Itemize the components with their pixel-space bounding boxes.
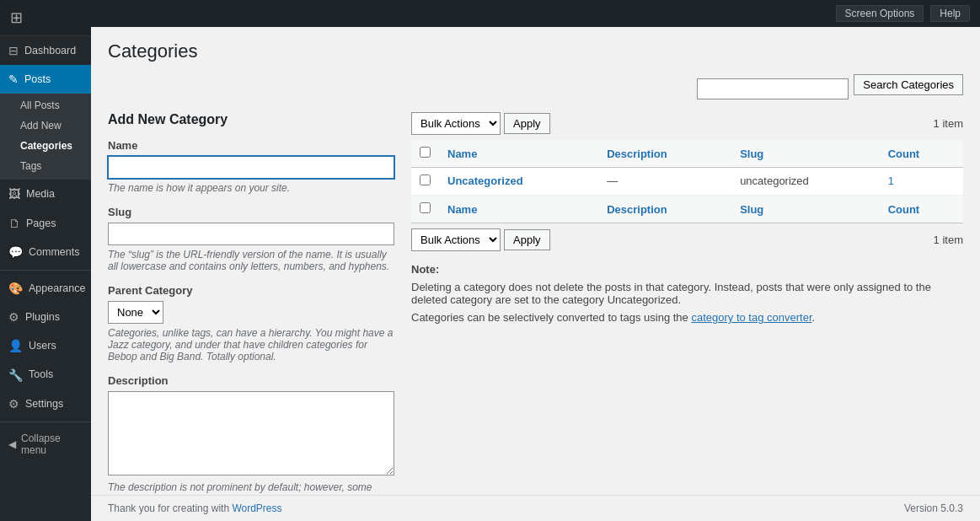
wordpress-link[interactable]: WordPress xyxy=(232,502,281,514)
description-label: Description xyxy=(108,374,394,387)
sidebar-sub-all-posts[interactable]: All Posts xyxy=(0,95,91,115)
sidebar-item-comments[interactable]: 💬 Comments xyxy=(0,238,91,266)
note-text1: Deleting a category does not delete the … xyxy=(411,281,963,306)
appearance-icon: 🎨 xyxy=(8,281,23,296)
th-name[interactable]: Name xyxy=(439,140,598,168)
row-checkbox[interactable] xyxy=(420,175,431,185)
row-count-link[interactable]: 1 xyxy=(888,175,894,187)
form-row-description: Description The description is not promi… xyxy=(108,374,394,495)
bulk-actions-select-bottom[interactable]: Bulk Actions xyxy=(411,228,501,251)
bulk-actions-select-top[interactable]: Bulk Actions xyxy=(411,112,501,135)
footer-thank-you: Thank you for creating with WordPress xyxy=(108,502,282,514)
sidebar: ⊞ ⊟ Dashboard ✎ Posts All Posts Add New … xyxy=(0,0,91,521)
users-icon: 👤 xyxy=(8,338,23,353)
sidebar-item-label: Appearance xyxy=(29,282,85,295)
apply-button-top[interactable]: Apply xyxy=(504,113,550,134)
topbar: Screen Options Help xyxy=(91,0,980,27)
parent-select-wrap: None xyxy=(108,301,394,324)
tfoot-name[interactable]: Name xyxy=(439,196,598,223)
row-slug-cell: uncategorized xyxy=(731,168,880,196)
sidebar-item-plugins[interactable]: ⚙ Plugins xyxy=(0,303,91,331)
sidebar-sub-tags[interactable]: Tags xyxy=(0,156,91,176)
sidebar-item-label: Comments xyxy=(29,245,79,259)
sidebar-item-settings[interactable]: ⚙ Settings xyxy=(0,389,91,418)
sidebar-item-label: Posts xyxy=(24,73,51,86)
apply-button-bottom[interactable]: Apply xyxy=(504,229,550,250)
parent-label: Parent Category xyxy=(108,284,394,297)
th-slug[interactable]: Slug xyxy=(731,140,880,168)
form-row-parent: Parent Category None Categories, unlike … xyxy=(108,284,394,363)
select-all-checkbox-foot[interactable] xyxy=(420,202,431,213)
bulk-actions-bottom: Bulk Actions Apply xyxy=(411,228,550,251)
slug-label: Slug xyxy=(108,206,394,218)
screen-options-button[interactable]: Screen Options xyxy=(836,5,924,22)
sidebar-item-label: Settings xyxy=(25,397,63,411)
parent-select[interactable]: None xyxy=(108,301,163,324)
app-container: ⊞ ⊟ Dashboard ✎ Posts All Posts Add New … xyxy=(0,0,980,521)
note-text2: Categories can be selectively converted … xyxy=(411,311,963,324)
tfoot-count[interactable]: Count xyxy=(880,196,963,223)
collapse-arrow-icon: ◀ xyxy=(8,438,16,450)
comments-icon: 💬 xyxy=(8,244,23,260)
sidebar-sub-categories[interactable]: Categories xyxy=(0,136,91,156)
row-count-cell: 1 xyxy=(880,168,963,196)
slug-input[interactable] xyxy=(108,223,394,245)
name-label: Name xyxy=(108,139,394,152)
sidebar-item-appearance[interactable]: 🎨 Appearance xyxy=(0,274,91,303)
categories-table: Name Description Slug Count xyxy=(411,140,963,223)
slug-hint: The “slug” is the URL-friendly version o… xyxy=(108,249,394,272)
note-section: Note: Deleting a category does not delet… xyxy=(411,263,963,324)
search-bar: Search Categories xyxy=(108,74,963,104)
name-input[interactable] xyxy=(108,156,394,179)
two-column-layout: Add New Category Name The name is how it… xyxy=(108,112,963,495)
category-tag-converter-link[interactable]: category to tag converter xyxy=(691,311,811,324)
media-icon: 🖼 xyxy=(8,186,20,201)
main-area: Screen Options Help Categories Search Ca… xyxy=(91,0,980,521)
search-categories-input[interactable] xyxy=(697,78,849,99)
table-row: Uncategorized — uncategorized 1 xyxy=(411,168,963,196)
sidebar-item-users[interactable]: 👤 Users xyxy=(0,331,91,360)
row-name-link[interactable]: Uncategorized xyxy=(447,175,523,187)
th-description[interactable]: Description xyxy=(598,140,731,168)
description-textarea[interactable] xyxy=(108,391,394,475)
row-description-cell: — xyxy=(598,168,731,196)
tfoot-slug[interactable]: Slug xyxy=(731,196,880,223)
bulk-actions-top: Bulk Actions Apply xyxy=(411,112,550,135)
content-area: Categories Search Categories Add New Cat… xyxy=(91,27,980,495)
tfoot-checkbox xyxy=(411,196,439,223)
help-button[interactable]: Help xyxy=(930,5,970,22)
tfoot-description[interactable]: Description xyxy=(598,196,731,223)
sidebar-item-label: Plugins xyxy=(25,310,60,324)
tools-icon: 🔧 xyxy=(8,368,23,383)
dashboard-icon: ⊟ xyxy=(8,43,19,58)
collapse-menu-item[interactable]: ◀ Collapse menu xyxy=(0,426,91,463)
th-count[interactable]: Count xyxy=(880,140,963,168)
plugins-icon: ⚙ xyxy=(8,309,19,325)
settings-icon: ⚙ xyxy=(8,396,19,411)
sidebar-divider-2 xyxy=(0,422,91,422)
sidebar-item-media[interactable]: 🖼 Media xyxy=(0,180,91,208)
sidebar-item-label: Dashboard xyxy=(24,44,76,57)
sidebar-item-tools[interactable]: 🔧 Tools xyxy=(0,361,91,389)
footer-version: Version 5.0.3 xyxy=(904,502,963,514)
parent-hint: Categories, unlike tags, can have a hier… xyxy=(108,327,394,363)
sidebar-sub-add-new[interactable]: Add New xyxy=(0,115,91,136)
sidebar-item-label: Media xyxy=(26,187,55,201)
search-categories-button[interactable]: Search Categories xyxy=(854,74,963,95)
add-category-form: Add New Category Name The name is how it… xyxy=(108,112,394,495)
table-toolbar-top: Bulk Actions Apply 1 item xyxy=(411,112,963,135)
select-all-checkbox[interactable] xyxy=(420,147,431,158)
form-row-name: Name The name is how it appears on your … xyxy=(108,139,394,194)
sidebar-logo[interactable]: ⊞ xyxy=(0,0,91,36)
note-title: Note: xyxy=(411,263,963,276)
name-hint: The name is how it appears on your site. xyxy=(108,182,394,194)
row-checkbox-cell xyxy=(411,168,439,196)
table-toolbar-bottom: Bulk Actions Apply 1 item xyxy=(411,228,963,251)
sidebar-item-dashboard[interactable]: ⊟ Dashboard xyxy=(0,36,91,65)
item-count-bottom: 1 item xyxy=(934,234,963,246)
sidebar-item-pages[interactable]: 🗋 Pages xyxy=(0,209,91,238)
wp-logo-icon: ⊞ xyxy=(10,8,23,27)
sidebar-item-posts[interactable]: ✎ Posts xyxy=(0,65,91,94)
row-name-cell: Uncategorized xyxy=(439,168,598,196)
sidebar-item-label: Pages xyxy=(26,217,56,230)
